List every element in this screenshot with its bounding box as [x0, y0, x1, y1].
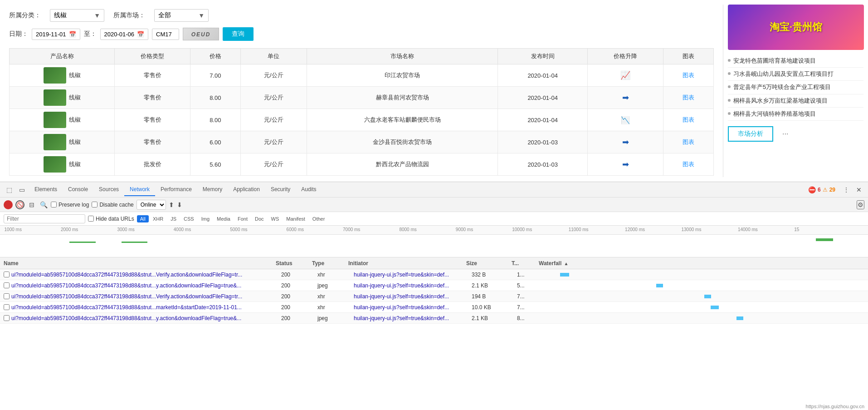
cell-trend: ➡ [588, 153, 663, 176]
news-item[interactable]: 桐梓县风水乡万亩红梁基地建设项目 [728, 94, 863, 108]
row-initiator[interactable]: huilan-jquery-ui.js?self=true&skin=def..… [354, 304, 472, 311]
news-item[interactable]: 习水县岘山幼儿园及安置点工程项目打 [728, 68, 863, 81]
device-toolbar-button[interactable]: ▭ [16, 184, 27, 195]
category-select[interactable]: 线椒 ▼ [50, 9, 104, 22]
chart-link[interactable]: 图表 [683, 138, 694, 145]
chart-link[interactable]: 图表 [683, 72, 694, 79]
row-initiator[interactable]: huilan-jquery-ui.js?self=true&skin=def..… [354, 315, 472, 321]
preserve-log-checkbox[interactable] [51, 202, 57, 207]
more-tools-button[interactable]: ⋮ [841, 184, 852, 195]
network-row[interactable]: ui?moduleId=ab59857100d84dcca372ff447319… [0, 291, 868, 302]
inspect-element-button[interactable]: ⬚ [4, 184, 15, 195]
type-filter-media[interactable]: Media [214, 215, 234, 222]
disable-cache-checkbox[interactable] [92, 202, 98, 207]
clear-button[interactable]: 🚫 [15, 200, 24, 209]
throttle-select[interactable]: Online [137, 200, 166, 210]
header-time[interactable]: T... [512, 260, 539, 267]
header-type[interactable]: Type [312, 260, 348, 267]
devtools-tab-elements[interactable]: Elements [29, 183, 63, 196]
devtools-tab-audits[interactable]: Audits [296, 183, 322, 196]
filter-button[interactable]: ⊟ [27, 200, 36, 209]
row-time: 5... [517, 282, 544, 289]
hide-data-urls-checkbox[interactable] [88, 216, 94, 222]
type-filter-font[interactable]: Font [234, 215, 251, 222]
news-item[interactable]: 安龙特色苗圃培育基地建设项目 [728, 54, 863, 68]
market-select[interactable]: 全部 ▼ [154, 9, 209, 22]
type-filter-buttons: AllXHRJSCSSImgMediaFontDocWSManifestOthe… [137, 215, 328, 222]
type-filter-all[interactable]: All [137, 215, 149, 222]
cell-unit: 元/公斤 [240, 64, 307, 87]
type-filter-ws[interactable]: WS [268, 215, 283, 222]
chart-link[interactable]: 图表 [683, 161, 694, 168]
close-devtools-button[interactable]: ✕ [853, 184, 864, 195]
upload-button[interactable]: ⬆ [169, 201, 174, 208]
taobao-banner[interactable]: 淘宝·贵州馆 [728, 5, 864, 50]
date-start-input[interactable]: 2019-11-01 📅 [32, 29, 80, 40]
network-row[interactable]: ui?moduleId=ab59857100d84dcca372ff447319… [0, 302, 868, 313]
type-filter-manifest[interactable]: Manifest [283, 215, 308, 222]
waterfall-bar [704, 295, 711, 298]
network-settings-button[interactable]: ⚙ [857, 200, 864, 209]
row-name: ui?moduleId=ab59857100d84dcca372ff447319… [11, 282, 281, 289]
timeline-bar-2 [122, 242, 147, 243]
query-button[interactable]: 查询 [223, 27, 254, 41]
devtools-tab-security[interactable]: Security [265, 183, 296, 196]
devtools-url-hint: https://njas.guizhou.gov.cn [802, 403, 868, 410]
row-waterfall [544, 305, 864, 310]
network-filter-input[interactable] [4, 214, 85, 223]
row-status: 200 [281, 282, 317, 289]
row-checkbox[interactable] [4, 315, 10, 321]
row-initiator[interactable]: huilan-jquery-ui.js?self=true&skin=def..… [354, 293, 472, 300]
type-filter-js[interactable]: JS [167, 215, 180, 222]
disable-cache-label[interactable]: Disable cache [92, 202, 133, 208]
more-button[interactable]: ··· [782, 130, 788, 138]
product-image [44, 67, 66, 84]
captcha-input[interactable]: CM17 [152, 29, 179, 40]
type-filter-css[interactable]: CSS [180, 215, 197, 222]
hide-data-urls-label[interactable]: Hide data URLs [88, 216, 134, 222]
type-filter-img[interactable]: Img [198, 215, 213, 222]
search-button[interactable]: 🔍 [39, 200, 48, 209]
devtools-tab-application[interactable]: Application [228, 183, 265, 196]
header-name[interactable]: Name [4, 260, 276, 267]
header-initiator[interactable]: Initiator [348, 260, 466, 267]
type-filter-xhr[interactable]: XHR [150, 215, 166, 222]
chart-link[interactable]: 图表 [683, 116, 694, 123]
preserve-log-label[interactable]: Preserve log [51, 202, 89, 208]
calendar-end-icon[interactable]: 📅 [137, 31, 144, 38]
date-end-input[interactable]: 2020-01-06 📅 [100, 29, 149, 40]
row-initiator[interactable]: huilan-jquery-ui.js?self=true&skin=def..… [354, 272, 472, 278]
network-row[interactable]: ui?moduleId=ab59857100d84dcca372ff447319… [0, 280, 868, 291]
header-size[interactable]: Size [466, 260, 512, 267]
captcha-image: OEUD [183, 28, 219, 40]
sort-arrow-icon: ▲ [564, 261, 569, 266]
header-status[interactable]: Status [276, 260, 312, 267]
devtools-tab-memory[interactable]: Memory [197, 183, 228, 196]
devtools-tab-console[interactable]: Console [63, 183, 93, 196]
row-initiator[interactable]: huilan-jquery-ui.js?self=true&skin=def..… [354, 282, 472, 289]
market-analysis-button[interactable]: 市场分析 [728, 126, 773, 142]
row-checkbox[interactable] [4, 304, 10, 310]
timeline-tick: 13000 ms [681, 227, 701, 232]
header-waterfall[interactable]: Waterfall ▲ [539, 260, 864, 267]
record-button[interactable] [4, 200, 13, 209]
type-filter-doc[interactable]: Doc [252, 215, 267, 222]
row-type: xhr [317, 293, 354, 300]
cell-product-img-name: 线椒 [10, 153, 115, 176]
news-item[interactable]: 普定县年产5万吨镁合金产业工程项目 [728, 81, 863, 94]
network-row[interactable]: ui?moduleId=ab59857100d84dcca372ff447319… [0, 269, 868, 280]
col-publish-time: 发布时间 [497, 49, 587, 64]
download-button[interactable]: ⬇ [177, 201, 182, 208]
row-checkbox[interactable] [4, 272, 10, 277]
devtools-tab-sources[interactable]: Sources [93, 183, 124, 196]
network-row[interactable]: ui?moduleId=ab59857100d84dcca372ff447319… [0, 313, 868, 324]
devtools-tab-network[interactable]: Network [124, 183, 155, 196]
row-checkbox[interactable] [4, 282, 10, 288]
type-filter-other[interactable]: Other [309, 215, 328, 222]
news-item[interactable]: 桐梓县大河镇特种养殖基地项目 [728, 108, 863, 121]
devtools-tab-performance[interactable]: Performance [155, 183, 197, 196]
row-checkbox[interactable] [4, 293, 10, 299]
banner-text: 淘宝·贵州馆 [770, 20, 822, 34]
calendar-start-icon[interactable]: 📅 [69, 31, 76, 38]
chart-link[interactable]: 图表 [683, 94, 694, 101]
